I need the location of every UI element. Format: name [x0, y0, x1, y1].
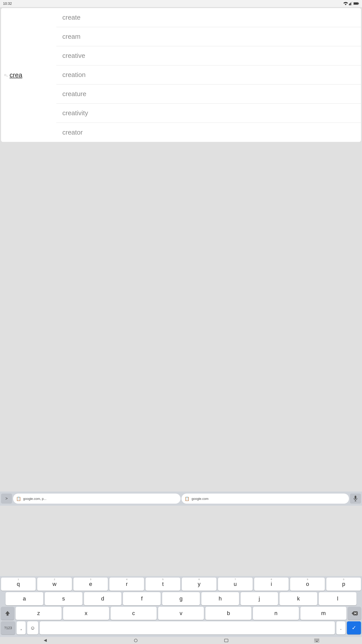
suggestion-creative[interactable]: creative	[56, 46, 104, 65]
cursor-indicator: ○,	[4, 73, 8, 77]
status-time: 10:32	[3, 2, 12, 6]
suggestions-panel: create cream creative creation creature …	[56, 8, 104, 142]
suggestion-text-creative: creative	[62, 52, 85, 60]
suggestion-creature[interactable]: creature	[56, 85, 104, 104]
suggestion-text-cream: cream	[62, 33, 80, 41]
typed-text: crea	[10, 71, 22, 79]
text-area[interactable]: ○, crea	[1, 8, 56, 142]
status-bar: 10:32	[0, 0, 104, 7]
suggestion-create[interactable]: create	[56, 8, 104, 27]
suggestion-cream[interactable]: cream	[56, 27, 104, 46]
suggestion-text-creativity: creativity	[62, 109, 88, 117]
suggestion-text-creature: creature	[62, 90, 86, 98]
suggestion-creator[interactable]: creator	[56, 123, 104, 142]
main-content: ○, crea create cream creative creation c…	[1, 8, 104, 142]
suggestion-text-creation: creation	[62, 71, 86, 79]
suggestion-text-create: create	[62, 14, 80, 21]
suggestion-text-creator: creator	[62, 129, 83, 136]
suggestion-creativity[interactable]: creativity	[56, 104, 104, 123]
suggestion-creation[interactable]: creation	[56, 65, 104, 85]
